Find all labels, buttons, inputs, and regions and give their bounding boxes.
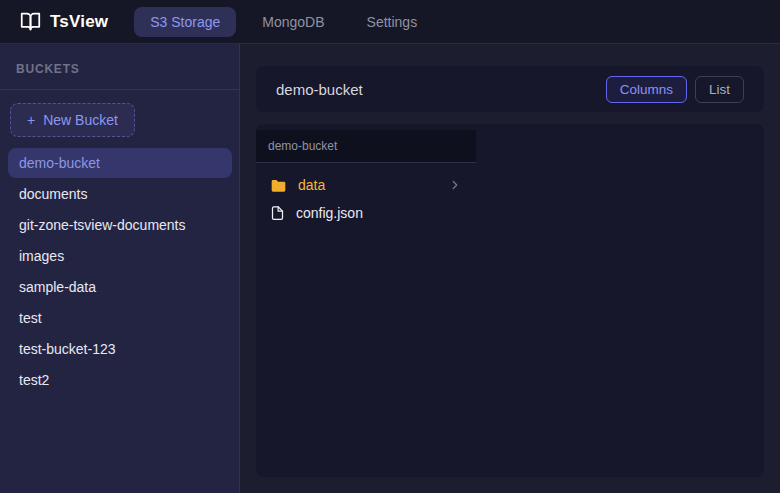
top-header: TsView S3 Storage MongoDB Settings — [0, 0, 780, 44]
bucket-list: demo-bucket documents git-zone-tsview-do… — [0, 148, 239, 396]
main-nav: S3 Storage MongoDB Settings — [134, 7, 433, 37]
sidebar-item-git-zone-tsview-documents[interactable]: git-zone-tsview-documents — [8, 210, 232, 240]
column-header: demo-bucket — [256, 130, 476, 163]
tab-mongodb[interactable]: MongoDB — [246, 7, 340, 37]
folder-icon — [270, 178, 287, 193]
app-logo: TsView — [20, 11, 108, 32]
entry-name: config.json — [296, 205, 363, 221]
chevron-right-icon — [448, 178, 462, 192]
sidebar-item-sample-data[interactable]: sample-data — [8, 272, 232, 302]
app-title: TsView — [50, 12, 108, 32]
new-bucket-button[interactable]: + New Bucket — [10, 103, 135, 137]
entry-name: data — [298, 177, 325, 193]
bucket-toolbar: demo-bucket Columns List — [256, 66, 764, 112]
buckets-sidebar: BUCKETS + New Bucket demo-bucket documen… — [0, 44, 240, 493]
sidebar-item-documents[interactable]: documents — [8, 179, 232, 209]
new-bucket-label: New Bucket — [43, 112, 118, 128]
sidebar-item-demo-bucket[interactable]: demo-bucket — [8, 148, 232, 178]
columns-view-button[interactable]: Columns — [606, 76, 687, 103]
sidebar-item-test2[interactable]: test2 — [8, 365, 232, 395]
entry-config-json-file[interactable]: config.json — [256, 199, 476, 227]
sidebar-item-test[interactable]: test — [8, 303, 232, 333]
main-panel: demo-bucket Columns List demo-bucket — [240, 44, 780, 493]
sidebar-item-images[interactable]: images — [8, 241, 232, 271]
list-view-button[interactable]: List — [695, 76, 744, 103]
sidebar-item-test-bucket-123[interactable]: test-bucket-123 — [8, 334, 232, 364]
browser-column: demo-bucket data — [256, 130, 476, 477]
entry-list: data — [256, 163, 476, 227]
book-open-icon — [20, 11, 41, 32]
content-area: BUCKETS + New Bucket demo-bucket documen… — [0, 44, 780, 493]
file-browser: demo-bucket data — [256, 124, 764, 477]
file-icon — [270, 205, 285, 221]
bucket-title: demo-bucket — [276, 81, 363, 98]
tab-s3-storage[interactable]: S3 Storage — [134, 7, 236, 37]
view-toggle: Columns List — [606, 76, 744, 103]
plus-icon: + — [27, 112, 35, 128]
tab-settings[interactable]: Settings — [351, 7, 434, 37]
entry-data-folder[interactable]: data — [256, 171, 476, 199]
buckets-section-label: BUCKETS — [0, 44, 239, 90]
